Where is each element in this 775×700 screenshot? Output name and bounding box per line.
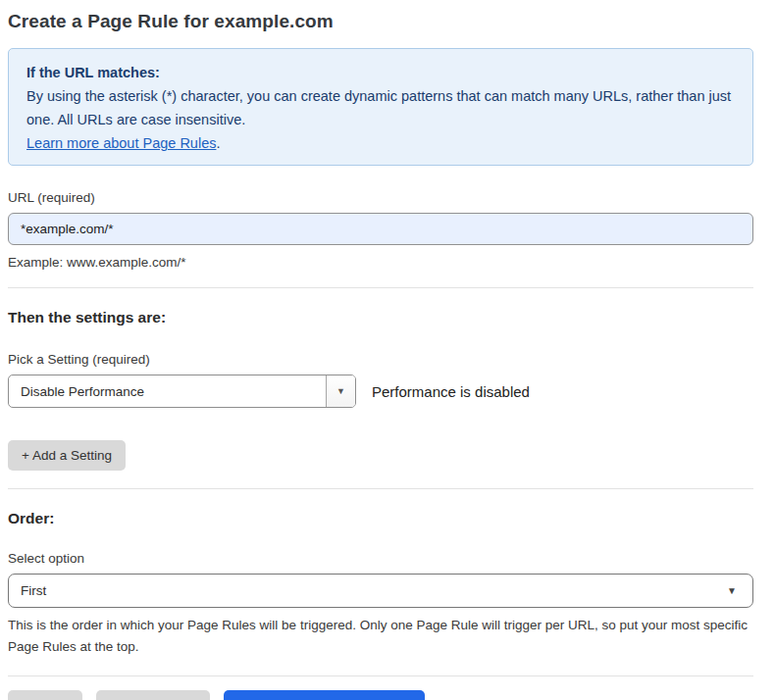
page-title: Create a Page Rule for example.com — [8, 11, 753, 32]
setting-select-value: Disable Performance — [9, 384, 144, 399]
order-help-text: This is the order in which your Page Rul… — [8, 615, 753, 658]
setting-status-text: Performance is disabled — [372, 383, 530, 400]
setting-row: Disable Performance ▼ Performance is dis… — [8, 375, 753, 408]
chevron-down-icon: ▼ — [727, 586, 737, 596]
save-and-deploy-button[interactable]: Save and Deploy Page Rule — [224, 690, 426, 700]
url-field-label: URL (required) — [8, 190, 753, 205]
create-page-rule-form: Create a Page Rule for example.com If th… — [8, 11, 753, 700]
add-setting-button[interactable]: + Add a Setting — [8, 440, 126, 471]
divider — [8, 675, 753, 676]
info-box-body: By using the asterisk (*) character, you… — [26, 84, 735, 131]
divider — [8, 488, 753, 489]
url-example-text: Example: www.example.com/* — [8, 255, 753, 270]
url-match-info-box: If the URL matches: By using the asteris… — [8, 48, 753, 166]
order-select-value: First — [21, 583, 46, 598]
url-input[interactable] — [8, 213, 753, 245]
save-as-draft-button[interactable]: Save as Draft — [96, 690, 210, 700]
settings-section-heading: Then the settings are: — [8, 309, 753, 326]
pick-setting-label: Pick a Setting (required) — [8, 352, 753, 367]
link-period: . — [216, 135, 220, 151]
chevron-down-icon: ▼ — [336, 387, 345, 396]
divider — [8, 287, 753, 288]
setting-select[interactable]: Disable Performance ▼ — [8, 375, 356, 408]
setting-select-arrow-button[interactable]: ▼ — [326, 375, 355, 407]
order-select-label: Select option — [8, 551, 753, 566]
info-box-heading: If the URL matches: — [26, 61, 735, 84]
footer-actions: Cancel Save as Draft Save and Deploy Pag… — [8, 690, 753, 700]
cancel-button[interactable]: Cancel — [8, 690, 82, 700]
order-select[interactable]: First ▼ — [8, 574, 753, 608]
learn-more-link[interactable]: Learn more about Page Rules — [26, 135, 216, 151]
info-box-link-line: Learn more about Page Rules. — [26, 131, 735, 155]
order-section-heading: Order: — [8, 510, 753, 527]
